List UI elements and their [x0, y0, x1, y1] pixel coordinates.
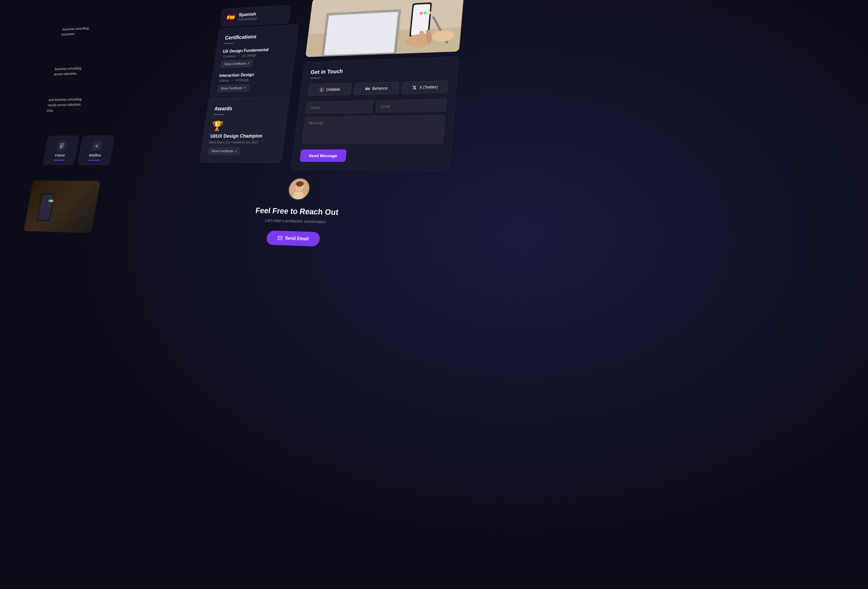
- avatar-image: [288, 178, 310, 200]
- language-card: 🇪🇸 Spanish Conversional: [220, 5, 291, 27]
- cert-item-2: Interaction Design Udemy • UI Design Sho…: [217, 71, 285, 92]
- text-block-3: and business consulting, results across …: [46, 96, 97, 114]
- bottom-photo: [24, 180, 100, 233]
- show-award-cert-button[interactable]: Show Certificate ↗: [207, 148, 240, 155]
- tool-framer: Framer: [43, 136, 79, 165]
- send-email-label: Send Email: [285, 236, 309, 242]
- email-input[interactable]: [375, 99, 447, 112]
- webflow-label: Webflow: [89, 154, 102, 158]
- contact-title: Get in Touch: [310, 65, 450, 75]
- language-info: Spanish Conversional: [238, 12, 258, 21]
- avatar: [287, 178, 311, 200]
- awards-title: Awards: [214, 105, 281, 112]
- language-level: Conversional: [238, 17, 257, 21]
- award-name: UI/UX Design Champion: [210, 133, 278, 139]
- twitter-label: X (Twitter): [419, 85, 438, 90]
- svg-rect-3: [324, 12, 398, 55]
- dribbble-label: Dribbble: [326, 87, 340, 92]
- contact-divider: [310, 78, 320, 78]
- name-input[interactable]: [306, 100, 373, 114]
- webflow-icon: [91, 141, 102, 151]
- footer-title: Feel Free to Reach Out: [202, 205, 399, 218]
- webflow-bar: [89, 160, 100, 161]
- svg-rect-23: [38, 195, 54, 220]
- framer-label: Framer: [55, 154, 65, 158]
- certifications-title: Certifications: [224, 32, 291, 41]
- dribbble-icon: [319, 87, 324, 92]
- award-meta: Mind Storm 2.0 • Issued in Jun 2021: [209, 140, 276, 145]
- certifications-divider: [224, 43, 234, 44]
- twitter-button[interactable]: X (Twitter): [402, 81, 448, 94]
- trophy-icon: 🏆: [211, 120, 279, 131]
- photo-card: [305, 0, 465, 58]
- contact-form-row: [306, 99, 447, 114]
- photo-svg: [306, 0, 464, 57]
- footer-section: Feel Free to Reach Out Let's start a pro…: [185, 166, 414, 262]
- behance-button[interactable]: Bē Behance: [354, 82, 399, 95]
- behance-label: Behance: [372, 86, 388, 90]
- framer-icon: [56, 141, 67, 151]
- send-message-button[interactable]: Send Message: [300, 149, 347, 162]
- cert-meta-2: Udemy • UI Design: [218, 77, 285, 83]
- language-flag: 🇪🇸: [226, 13, 236, 22]
- send-email-button[interactable]: Send Email: [266, 231, 320, 247]
- cert-name-2: Interaction Design: [219, 71, 285, 78]
- framer-bar: [54, 159, 65, 161]
- dribbble-button[interactable]: Dribbble: [308, 83, 352, 96]
- behance-icon: Bē: [365, 86, 371, 91]
- text-block-2: business consulting, across industries.: [53, 65, 103, 77]
- show-cert-button-1[interactable]: Show Certificate ↗: [220, 60, 252, 68]
- certifications-card: Certifications UX Design Fundamental Cou…: [208, 25, 299, 105]
- message-textarea[interactable]: [302, 115, 445, 144]
- contact-card: Get in Touch Dribbble Bē: [291, 57, 459, 171]
- show-cert-button-2[interactable]: Show Certificate ↗: [217, 84, 249, 92]
- awards-divider: [214, 114, 223, 115]
- footer-subtitle: Let's start a productive conversation: [201, 216, 397, 226]
- email-icon: [277, 235, 283, 241]
- cert-item-1: UX Design Fundamental Coursera • UX Desi…: [220, 47, 289, 68]
- tools-row: Framer Webflow: [43, 136, 114, 165]
- bottom-phone-svg: [28, 190, 80, 232]
- tool-webflow: Webflow: [78, 136, 115, 165]
- photo-image: [306, 0, 464, 57]
- awards-card: Awards 🏆 UI/UX Design Champion Mind Stor…: [199, 97, 289, 163]
- text-block-1: business consulting, industries.: [61, 25, 111, 37]
- twitter-icon: [412, 85, 417, 90]
- social-buttons-row: Dribbble Bē Behance X (Twitter): [308, 81, 449, 96]
